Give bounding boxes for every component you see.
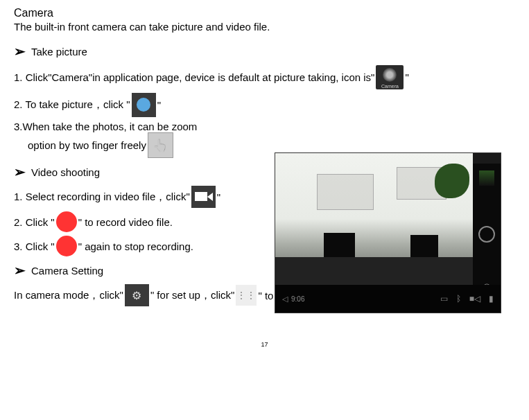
nav-bar: ◁ 9:06 ▭ ᛒ ■◁ ▮ <box>275 285 501 313</box>
menu-dots-icon: ⋮⋮ <box>236 285 257 306</box>
step-text: " to record video file. <box>78 216 173 228</box>
step-text: " for set up，click" <box>150 289 235 302</box>
step-text: " <box>217 191 220 203</box>
step-1-3a: 3.When take the photos, it can be zoom <box>14 121 291 132</box>
settings-sliders-icon: ⚙ <box>125 284 149 306</box>
camera-toolbar: ◯ <box>473 164 501 299</box>
step-text: " <box>405 71 408 83</box>
shutter-icon <box>132 93 156 117</box>
thumbnail-icon[interactable] <box>479 170 494 186</box>
video-mode-icon <box>191 186 216 208</box>
pinch-zoom-icon <box>148 132 173 158</box>
page-number: 17 <box>14 341 515 348</box>
step-text: 2. Click " <box>14 216 55 228</box>
step-2-3: 3. Click " " again to stop recording. <box>14 236 291 256</box>
step-text: 3.When take the photos, it can be zoom <box>14 121 197 132</box>
plant-detail <box>435 164 469 198</box>
step-text: In camera mode，click" <box>14 289 123 302</box>
section-video-shooting: ➢ Video shooting <box>14 164 291 180</box>
monitor-detail <box>410 235 438 257</box>
step-text: " <box>157 99 161 111</box>
camera-preview <box>275 153 473 285</box>
step-text: 3. Click " <box>14 240 55 252</box>
step-1-3b: option by two finger freely <box>14 132 291 158</box>
step-text: option by two finger freely <box>28 139 146 151</box>
step-text: 1. Select recording in video file，click" <box>14 191 190 204</box>
back-icon[interactable]: ◁ <box>282 295 288 304</box>
battery-icon: ▮ <box>489 294 494 304</box>
record-icon <box>56 236 77 256</box>
record-icon <box>56 211 77 232</box>
step-1-2: 2. To take picture，click " " <box>14 93 291 117</box>
step-text: 1. Click"Camera"in application page, dev… <box>14 71 374 83</box>
arrow-icon: ➢ <box>14 164 26 180</box>
sd-card-icon: ▭ <box>440 294 448 304</box>
step-text: " again to stop recording. <box>78 240 193 252</box>
section-heading: Take picture <box>31 46 87 58</box>
step-2-2: 2. Click " " to record video file. <box>14 211 291 232</box>
camera-app-icon <box>376 65 404 89</box>
step-2-1: 1. Select recording in video file，click"… <box>14 186 291 208</box>
arrow-icon: ➢ <box>14 262 26 279</box>
step-1-1: 1. Click"Camera"in application page, dev… <box>14 65 515 89</box>
monitor-detail <box>324 233 355 257</box>
page-title: Camera <box>14 7 515 19</box>
section-heading: Video shooting <box>31 166 100 178</box>
clock-time: 9:06 <box>291 295 304 303</box>
intro-text: The built-in front camera can take pictu… <box>14 21 515 33</box>
video-cam-icon: ■◁ <box>469 294 480 304</box>
desk-detail <box>275 257 473 285</box>
section-take-picture: ➢ Take picture <box>14 43 515 60</box>
camera-screenshot: ◯ ◁ 9:06 ▭ ᛒ ■◁ ▮ <box>275 152 501 313</box>
bluetooth-icon: ᛒ <box>456 294 461 304</box>
arrow-icon: ➢ <box>14 43 26 60</box>
step-text: 2. To take picture，click " <box>14 98 130 112</box>
ceiling-detail <box>317 174 374 210</box>
shutter-button-icon[interactable] <box>478 226 495 243</box>
section-heading: Camera Setting <box>31 265 103 277</box>
